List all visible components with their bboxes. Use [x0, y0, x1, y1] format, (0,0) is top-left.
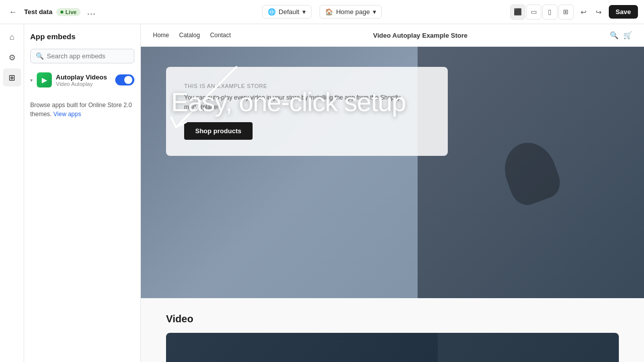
skier-shape: [497, 136, 565, 210]
video-label: Video: [166, 313, 619, 325]
video-placeholder-inner: [438, 333, 619, 362]
main-area: ⌂ ⚙ ⊞ App embeds 🔍 ▾ ▶ Autoplay Videos V…: [0, 24, 644, 362]
hero-desc: You can auto-play every video in your st…: [184, 93, 430, 112]
nav-home-link[interactable]: Home: [153, 32, 169, 39]
sidebar-home-button[interactable]: ⌂: [3, 28, 21, 46]
home-icon: 🏠: [325, 8, 333, 16]
hero-section: This is an example store You can auto-pl…: [141, 47, 644, 298]
canvas-frame: Home Catalog Contact Video Autoplay Exam…: [141, 24, 644, 362]
nav-cart-icon[interactable]: 🛒: [623, 31, 632, 39]
undo-redo: ↩ ↪: [577, 5, 606, 19]
left-panel: App embeds 🔍 ▾ ▶ Autoplay Videos Video A…: [24, 24, 141, 362]
topbar: ← Test data Live … 🌐 Default ▾ 🏠 Home pa…: [0, 0, 644, 24]
sidebar-apps-button[interactable]: ⊞: [3, 68, 21, 86]
search-input[interactable]: [47, 52, 129, 60]
desktop-view-button[interactable]: ⬛: [510, 5, 525, 20]
browse-text: Browse apps built for Online Store 2.0 t…: [30, 101, 134, 119]
nav-search-icon[interactable]: 🔍: [610, 31, 618, 39]
chevron-down-icon: ▾: [302, 8, 306, 16]
hero-cta-button[interactable]: Shop products: [184, 122, 253, 140]
back-button[interactable]: ←: [6, 5, 20, 19]
sidebar-settings-button[interactable]: ⚙: [3, 48, 21, 66]
chevron-down-icon: ▾: [373, 8, 376, 16]
embed-app-icon: ▶: [37, 72, 52, 87]
store-nav-brand: Video Autoplay Example Store: [231, 32, 610, 39]
undo-button[interactable]: ↩: [577, 5, 591, 19]
search-box[interactable]: 🔍: [30, 49, 134, 63]
more-button[interactable]: …: [85, 7, 98, 17]
redo-button[interactable]: ↪: [592, 5, 606, 19]
icon-sidebar: ⌂ ⚙ ⊞: [0, 24, 24, 362]
store-name: Test data: [24, 8, 52, 16]
mobile-view-button[interactable]: ▯: [542, 5, 557, 20]
embed-chevron-icon[interactable]: ▾: [30, 77, 33, 83]
canvas-area: Home Catalog Contact Video Autoplay Exam…: [141, 24, 644, 362]
view-apps-link[interactable]: View apps: [53, 111, 81, 118]
live-badge: Live: [56, 8, 80, 16]
store-nav: Home Catalog Contact Video Autoplay Exam…: [141, 24, 644, 47]
video-section: Video: [141, 298, 644, 362]
store-nav-links: Home Catalog Contact: [153, 32, 231, 39]
homepage-dropdown[interactable]: 🏠 Home page ▾: [319, 5, 382, 19]
globe-icon: 🌐: [268, 8, 276, 16]
embed-info: Autoplay Videos Video Autoplay: [56, 73, 111, 87]
embed-subtitle: Video Autoplay: [56, 81, 111, 87]
default-dropdown[interactable]: 🌐 Default ▾: [262, 5, 311, 19]
store-preview: Home Catalog Contact Video Autoplay Exam…: [141, 24, 644, 362]
search-icon: 🔍: [36, 52, 44, 60]
hero-subtitle: This is an example store: [184, 83, 430, 89]
nav-contact-link[interactable]: Contact: [210, 32, 230, 39]
embed-name: Autoplay Videos: [56, 73, 111, 81]
panel-title: App embeds: [30, 32, 134, 41]
embed-toggle[interactable]: [115, 74, 134, 85]
hero-content: This is an example store You can auto-pl…: [166, 67, 448, 156]
topbar-center: 🌐 Default ▾ 🏠 Home page ▾: [218, 5, 426, 19]
hero-bg-figure: [418, 47, 644, 298]
video-placeholder: [166, 333, 619, 362]
topbar-right: ⬛ ▭ ▯ ⊞ ↩ ↪ Save: [430, 5, 638, 20]
save-button[interactable]: Save: [609, 5, 638, 19]
store-nav-icons: 🔍 🛒: [610, 31, 632, 39]
grid-view-button[interactable]: ⊞: [558, 5, 574, 20]
embed-item: ▾ ▶ Autoplay Videos Video Autoplay: [30, 69, 134, 90]
view-icons: ⬛ ▭ ▯ ⊞: [510, 5, 574, 20]
live-dot: [60, 11, 63, 14]
tablet-view-button[interactable]: ▭: [526, 5, 541, 20]
topbar-left: ← Test data Live …: [6, 5, 214, 19]
nav-catalog-link[interactable]: Catalog: [179, 32, 200, 39]
